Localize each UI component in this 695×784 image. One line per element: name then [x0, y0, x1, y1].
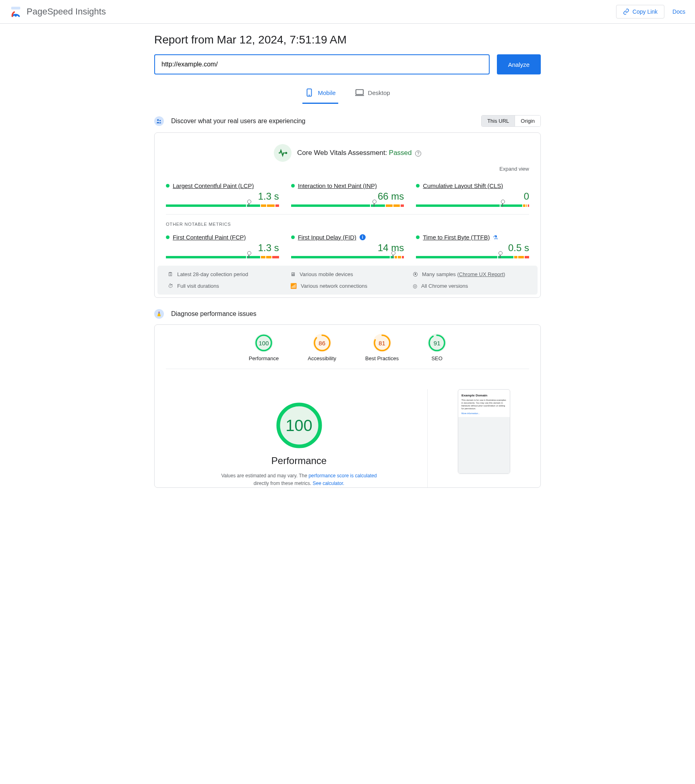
status-dot-good-icon — [416, 184, 420, 188]
gauge-best-practices[interactable]: 81 Best Practices — [365, 334, 399, 361]
chrome-ux-link[interactable]: Chrome UX Report — [459, 271, 504, 277]
preview-card: Example Domain This domain is for use in… — [458, 389, 510, 474]
svg-point-7 — [159, 120, 161, 121]
fcp-distribution — [166, 256, 279, 258]
preview-fill — [458, 417, 510, 473]
url-input[interactable] — [154, 54, 490, 74]
cwv-title-wrap: Core Web Vitals Assessment: Passed ? — [297, 149, 421, 157]
metric-fcp-value: 1.3 s — [166, 242, 279, 254]
toggle-origin[interactable]: Origin — [515, 116, 540, 126]
status-dot-good-icon — [166, 184, 170, 188]
device-tabs: Mobile Desktop — [154, 84, 541, 104]
collection-period: Latest 28-day collection period — [177, 271, 248, 277]
metric-fcp[interactable]: First Contentful Paint (FCP) 1.3 s — [166, 234, 279, 260]
metric-ttfb-value: 0.5 s — [416, 242, 529, 254]
metric-fcp-name: First Contentful Paint (FCP) — [173, 234, 246, 241]
gauge-performance[interactable]: 100 Performance — [249, 334, 279, 361]
big-score-desc: Values are estimated and may vary. The p… — [219, 472, 380, 487]
tab-mobile[interactable]: Mobile — [302, 84, 338, 104]
metric-cls-value: 0 — [416, 191, 529, 202]
gauge-accessibility[interactable]: 86 Accessibility — [308, 334, 336, 361]
metric-cls[interactable]: Cumulative Layout Shift (CLS) 0 — [416, 182, 529, 208]
screenshot-preview: Example Domain This domain is for use in… — [444, 389, 524, 474]
big-score-title: Performance — [183, 455, 415, 466]
other-metrics-label: OTHER NOTABLE METRICS — [166, 222, 529, 227]
cwv-header: Core Web Vitals Assessment: Passed ? — [166, 144, 529, 162]
copy-link-label: Copy Link — [633, 8, 658, 15]
header-right: Copy Link Docs — [616, 5, 685, 19]
url-row: Analyze — [154, 54, 541, 74]
metric-lcp-value: 1.3 s — [166, 191, 279, 202]
score-calculated-link[interactable]: performance score is calculated — [308, 473, 376, 479]
desktop-icon — [355, 88, 364, 97]
crux-card: Core Web Vitals Assessment: Passed ? Exp… — [154, 132, 541, 298]
metric-ttfb[interactable]: Time to First Byte (TTFB) ⚗ 0.5 s — [416, 234, 529, 260]
fid-distribution — [291, 256, 404, 258]
metric-inp-value: 66 ms — [291, 191, 404, 202]
status-dot-good-icon — [291, 184, 295, 188]
metric-fid-value: 14 ms — [291, 242, 404, 254]
preview-more-link: More information... — [461, 412, 507, 415]
connections-text: Various network connections — [301, 283, 367, 289]
report-title: Report from Mar 12, 2024, 7:51:19 AM — [154, 33, 541, 46]
preview-title: Example Domain — [461, 394, 507, 397]
core-metrics-grid: Largest Contentful Paint (LCP) 1.3 s Int… — [166, 182, 529, 208]
svg-point-8 — [285, 153, 287, 154]
lighthouse-section-header: Diagnose performance issues — [154, 309, 541, 319]
svg-rect-4 — [356, 90, 363, 95]
duration-icon: ⏱ — [168, 283, 173, 289]
ttfb-distribution — [416, 256, 529, 258]
expand-view-link[interactable]: Expand view — [166, 166, 529, 172]
info-icon[interactable]: ? — [415, 151, 421, 157]
network-icon: 📶 — [290, 283, 297, 289]
status-dot-good-icon — [416, 235, 420, 239]
link-icon — [623, 8, 629, 15]
big-score-area: 100 Performance Values are estimated and… — [155, 369, 540, 487]
big-performance-gauge: 100 — [275, 401, 323, 450]
toggle-this-url[interactable]: This URL — [482, 116, 515, 126]
cwv-status: Passed — [389, 149, 412, 157]
devices-icon: 🖥 — [290, 271, 296, 277]
app-header: PageSpeed Insights Copy Link Docs — [0, 0, 695, 24]
inp-distribution — [291, 204, 404, 207]
calendar-icon: 🗓 — [168, 271, 173, 277]
lcp-distribution — [166, 204, 279, 207]
lighthouse-section-title: Diagnose performance issues — [171, 310, 256, 318]
crux-title-left: Discover what your real users are experi… — [154, 116, 305, 126]
metric-fid-name: First Input Delay (FID) — [298, 234, 356, 241]
metric-fid[interactable]: First Input Delay (FID) i 14 ms — [291, 234, 404, 260]
scope-toggle: This URL Origin — [481, 115, 541, 127]
metric-inp[interactable]: Interaction to Next Paint (INP) 66 ms — [291, 182, 404, 208]
metric-lcp[interactable]: Largest Contentful Paint (LCP) 1.3 s — [166, 182, 279, 208]
mobile-icon — [305, 88, 314, 97]
gauge-seo[interactable]: 91 SEO — [428, 334, 446, 361]
svg-rect-0 — [11, 7, 21, 10]
big-gauge-value: 100 — [275, 401, 323, 450]
gauge-row: 100 Performance 86 Accessibility 81 Best… — [155, 325, 540, 369]
docs-link[interactable]: Docs — [672, 8, 685, 15]
big-score-left: 100 Performance Values are estimated and… — [171, 389, 428, 487]
crux-summary-footer: 🗓 Latest 28-day collection period 🖥 Vari… — [157, 266, 538, 295]
crux-section-title: Discover what your real users are experi… — [171, 118, 305, 125]
samples-icon: ⦿ — [413, 271, 418, 277]
status-dot-good-icon — [291, 235, 295, 239]
users-icon — [154, 116, 164, 126]
see-calculator-link[interactable]: See calculator. — [312, 481, 344, 486]
tab-desktop[interactable]: Desktop — [353, 84, 393, 104]
lighthouse-card: 100 Performance 86 Accessibility 81 Best… — [154, 324, 541, 488]
devices-text: Various mobile devices — [300, 271, 353, 277]
copy-link-button[interactable]: Copy Link — [616, 5, 664, 19]
svg-point-6 — [157, 119, 159, 121]
metric-cls-name: Cumulative Layout Shift (CLS) — [423, 182, 503, 189]
pagespeed-logo-icon — [10, 6, 22, 18]
durations-text: Full visit durations — [177, 283, 219, 289]
header-left: PageSpeed Insights — [10, 6, 106, 18]
status-dot-good-icon — [166, 235, 170, 239]
crux-section-header: Discover what your real users are experi… — [154, 115, 541, 127]
analyze-button[interactable]: Analyze — [497, 54, 541, 74]
product-name[interactable]: PageSpeed Insights — [27, 6, 106, 17]
fid-info-icon[interactable]: i — [360, 234, 366, 240]
versions-text: All Chrome versions — [421, 283, 468, 289]
cls-distribution — [416, 204, 529, 207]
experimental-flask-icon: ⚗ — [493, 234, 498, 241]
